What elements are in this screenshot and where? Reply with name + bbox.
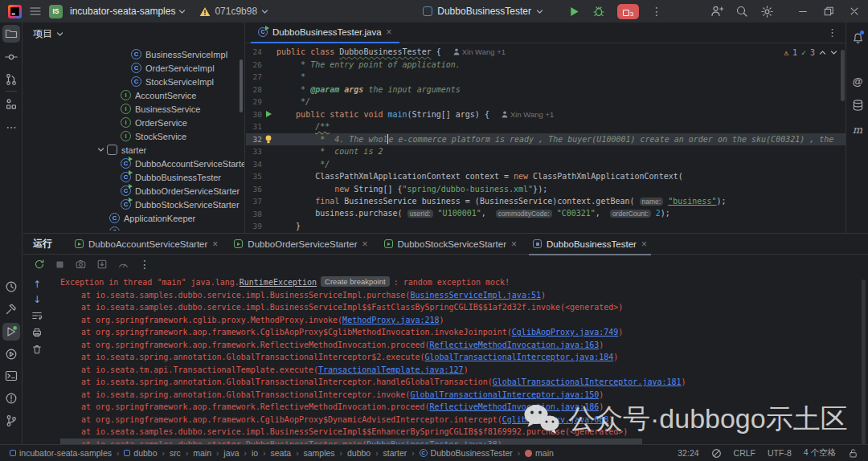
create-breakpoint-chip[interactable]: Create breakpoint (321, 276, 390, 287)
prev-problem-icon[interactable] (819, 50, 826, 55)
next-problem-icon[interactable] (830, 50, 837, 55)
run-tab[interactable]: DubboOrderServiceStarter× (226, 234, 375, 255)
clear-trash-icon[interactable] (31, 344, 43, 355)
code-line[interactable]: 26 * The entry point of application. (246, 59, 845, 71)
debug-button[interactable] (592, 5, 605, 18)
breadcrumb-item[interactable]: seata (270, 448, 291, 458)
problems-toolwindow-button[interactable] (2, 390, 20, 407)
breadcrumb-item[interactable]: io (252, 448, 258, 458)
editor-tab[interactable]: C DubboBusinessTester.java × (251, 22, 399, 43)
indent-setting[interactable]: 4 个空格 (804, 447, 836, 459)
close-tab-icon[interactable]: × (641, 240, 647, 248)
stack-link[interactable]: GlobalTransactionalInterceptor.java:181 (493, 377, 682, 386)
database-icon[interactable] (849, 96, 866, 114)
search-everywhere-icon[interactable] (735, 5, 748, 18)
breadcrumb-item[interactable]: main (193, 448, 211, 458)
unlocked-icon[interactable] (848, 448, 858, 459)
breadcrumb-item[interactable]: main (525, 448, 554, 458)
tree-item[interactable]: CDubboBusinessTester (23, 170, 244, 184)
code-line[interactable]: 34 */ (246, 158, 845, 171)
up-stack-icon[interactable]: ↑ (33, 279, 41, 289)
project-panel-header[interactable]: 项目 (23, 22, 244, 45)
stack-link[interactable]: ReflectiveMethodInvocation.java:163 (429, 341, 599, 349)
editor-tab-options-icon[interactable]: ⋮ (827, 27, 837, 39)
code-line[interactable]: 38 business.purchase( userId: "U100001",… (246, 208, 845, 221)
history-toolwindow-button[interactable] (2, 278, 20, 296)
commit-toolwindow-button[interactable] (2, 48, 20, 66)
tree-item[interactable]: CBusinessServiceImpl (23, 47, 244, 61)
run-line-icon[interactable] (265, 110, 272, 118)
breadcrumb-item[interactable]: starter (383, 448, 407, 458)
breadcrumb-item[interactable]: java (223, 448, 239, 458)
tree-item[interactable]: C (23, 225, 244, 230)
thread-dump-icon[interactable] (75, 259, 87, 270)
vcs-widget[interactable]: 071c9b98 (199, 6, 268, 17)
pull-requests-toolwindow-button[interactable] (2, 71, 20, 88)
tree-item[interactable]: CApplicationKeeper (23, 211, 244, 225)
code-line[interactable]: 28 * @param args the input arguments (246, 84, 845, 96)
restore-button[interactable] (823, 6, 834, 17)
tree-item[interactable]: IOrderService (23, 116, 244, 129)
ai-assistant-icon[interactable]: @ (849, 72, 866, 90)
build-toolwindow-button[interactable] (2, 300, 20, 318)
dump-heap-icon[interactable] (96, 259, 108, 270)
stack-link[interactable]: GlobalTransactionalInterceptor.java:184 (424, 353, 613, 361)
minimize-button[interactable] (797, 6, 809, 17)
profiler-gauge-icon[interactable] (117, 259, 129, 270)
console-more-icon[interactable]: ⋮ (139, 258, 150, 271)
breadcrumb-item[interactable]: dubbo (124, 448, 157, 458)
tree-item[interactable]: COrderServiceImpl (23, 61, 244, 75)
run-tab[interactable]: DubboStockServiceStarter× (376, 234, 526, 255)
stack-link[interactable]: MethodProxy.java:218 (342, 316, 439, 324)
code-line[interactable]: 27 * (246, 71, 845, 84)
structure-toolwindow-button[interactable] (2, 96, 20, 113)
file-encoding[interactable]: UTF-8 (768, 448, 792, 458)
soft-wrap-icon[interactable] (31, 310, 43, 321)
tree-item[interactable]: IAccountService (23, 88, 244, 102)
maven-icon[interactable]: m (849, 120, 866, 138)
code-with-me-icon[interactable] (710, 5, 723, 18)
tree-item[interactable]: CStockServiceImpl (23, 75, 244, 88)
code-line[interactable]: 36 new String[] {"spring/dubbo-business.… (246, 183, 845, 196)
cursor-position[interactable]: 32:24 (678, 448, 698, 458)
run-toolwindow-button[interactable] (2, 323, 20, 341)
main-menu-icon[interactable] (29, 5, 42, 18)
tree-item[interactable]: CDubboAccountServiceStarter (23, 157, 244, 170)
highlighting-level-icon[interactable] (711, 448, 722, 459)
stack-link[interactable]: CglibAopProxy.java:749 (512, 328, 618, 337)
close-tab-icon[interactable]: × (212, 240, 218, 248)
tree-scrollbar[interactable] (240, 59, 243, 112)
tree-item[interactable]: CDubboOrderServiceStarter (23, 184, 244, 198)
code-line[interactable]: 37 final BusinessService business = (Bus… (246, 195, 845, 208)
exception-class-link[interactable]: RuntimeException (240, 278, 317, 287)
close-tab-icon[interactable]: × (511, 240, 517, 248)
breadcrumb-item[interactable]: src (170, 448, 181, 458)
notifications-bell-icon[interactable] (849, 29, 866, 47)
code-line[interactable]: 32 * 4. The whole e-commerce platform is… (246, 133, 845, 146)
settings-gear-icon[interactable] (760, 5, 774, 18)
run-configuration-selector[interactable]: DubboBusinessTester (423, 6, 543, 17)
stack-link[interactable]: TransactionalTemplate.java:127 (318, 365, 464, 374)
breadcrumb-item[interactable]: dubbo (347, 448, 371, 458)
print-icon[interactable] (31, 327, 43, 338)
services-toolwindow-button[interactable] (2, 345, 20, 363)
tree-item[interactable]: IStockService (23, 129, 244, 143)
run-tab[interactable]: DubboBusinessTester× (525, 234, 655, 255)
code-line[interactable]: 33 * count is 2 (246, 145, 845, 158)
stop-processes-button[interactable]: 3 (617, 4, 639, 19)
breadcrumb-item[interactable]: incubator-seata-samples (10, 448, 112, 458)
close-tab-icon[interactable]: × (387, 28, 392, 36)
breadcrumb-item[interactable]: CDubboBusinessTester (420, 448, 513, 458)
console-scrollbar[interactable] (862, 279, 866, 444)
tree-item[interactable]: IBusinessService (23, 102, 244, 116)
run-tab[interactable]: DubboAccountServiceStarter× (67, 234, 226, 255)
tree-item[interactable]: CDubboStockServiceStarter (23, 198, 244, 211)
project-toolwindow-button[interactable] (2, 25, 20, 43)
stack-link[interactable]: BusinessServiceImpl.java:51 (410, 291, 541, 300)
code-line[interactable]: 39 } (246, 220, 845, 231)
git-toolwindow-button[interactable] (2, 412, 20, 430)
intention-bulb-icon[interactable] (265, 135, 272, 144)
tree-item[interactable]: starter (23, 143, 244, 157)
stop-button[interactable] (55, 259, 65, 270)
line-separator[interactable]: CRLF (734, 448, 755, 458)
